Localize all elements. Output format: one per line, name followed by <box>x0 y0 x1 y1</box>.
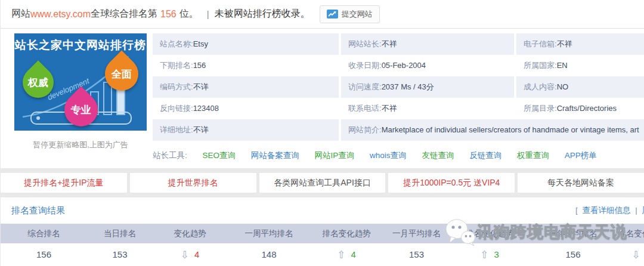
submit-site-label: 提交网站 <box>342 9 373 20</box>
ad-banner[interactable]: 站长之家中文网站排行榜 development 权威 全面 专业 <box>14 33 147 131</box>
info-row: 反向链接:123408 联系电话:不祥 所属目录:Crafts/Director… <box>153 98 644 119</box>
section-divider <box>1 168 644 173</box>
info-cell-next-rank: 下期排名:156 <box>153 55 339 76</box>
info-cell-directory: 所属目录:Crafts/Directories <box>516 98 644 119</box>
rank-result-header: 排名查询结果 [ 查看详细信息 | 历 <box>1 197 644 224</box>
rank-table-row: 156 153 ⇩4 148 ⇧4 153 ⇧3 156 ⇩ <box>1 243 644 265</box>
up-arrow-icon: ⇧ <box>480 249 488 261</box>
info-cell-backlinks: 反向链接:123408 <box>153 98 339 119</box>
cell-overall-rank: 156 <box>1 243 87 265</box>
info-cell-speed: 访问速度:2037 Ms / 43分 <box>341 76 514 98</box>
info-cell-address: 详细地址:不详 <box>153 119 339 141</box>
tool-link-weight[interactable]: 权重查询 <box>517 151 549 160</box>
info-row: 详细地址:不详 网站简介:Marketplace of individual s… <box>153 119 644 141</box>
down-arrow-icon: ⇩ <box>631 249 640 261</box>
promo-boost-rank-ip[interactable]: 提升排名+提升IP流量 <box>1 173 127 193</box>
tool-link-ip[interactable]: 网站IP查询 <box>315 151 355 160</box>
rank-suffix: 位。 <box>179 8 199 20</box>
info-cell-phone: 联系电话:不祥 <box>341 98 514 119</box>
promo-daily-beian[interactable]: 每天各地网站备案 <box>518 173 644 193</box>
header-month-avg: 一月平均排名 <box>382 224 451 243</box>
history-link[interactable]: 历 <box>642 206 644 215</box>
header-year-trend: 排名变化趋势 <box>618 224 644 243</box>
info-cell-encoding: 编码方式:不详 <box>153 76 339 98</box>
rank-table: 综合排名 当日排名 变化趋势 一周平均排名 排名变化趋势 一月平均排名 排名变化… <box>1 224 644 265</box>
header-week-trend: 排名变化趋势 <box>311 224 382 243</box>
view-details-link[interactable]: 查看详细信息 <box>582 206 630 215</box>
header-week-avg: 一周平均排名 <box>227 224 311 243</box>
cell-year-avg: 156 <box>528 243 618 265</box>
divider: | <box>207 9 209 19</box>
cell-week-trend: ⇧4 <box>311 243 382 265</box>
tool-link-beian[interactable]: 网站备案查询 <box>251 151 299 160</box>
site-detail-card: 站长之家中文网站排行榜 development 权威 全面 专业 暂停更新缩略图… <box>1 29 644 168</box>
header-month-trend: 排名变化趋势 <box>451 224 528 243</box>
tool-link-backlink[interactable]: 反链查询 <box>469 151 501 160</box>
info-cell-site-name: 站点名称:Etsy <box>153 33 339 55</box>
info-cell-index-date: 收录日期:05-Feb-2004 <box>341 55 514 76</box>
thumbnail-paused-note: 暂停更新缩略图,上图为广告 <box>14 140 147 150</box>
promo-api-tools[interactable]: 各类网站查询工具API接口 <box>259 173 386 193</box>
site-domain: www.etsy.com <box>30 9 91 20</box>
tool-link-app-rank[interactable]: APP榜单 <box>565 151 597 160</box>
chart-line-icon <box>327 10 338 18</box>
cell-month-avg: 153 <box>382 243 451 265</box>
promo-1000ip-vip4[interactable]: 提升1000IP=0.5元 送VIP4 <box>388 173 515 193</box>
cell-year-trend: ⇩ <box>618 243 644 265</box>
tool-link-seo[interactable]: SEO查询 <box>203 151 236 160</box>
banner-column: 站长之家中文网站排行榜 development 权威 全面 专业 暂停更新缩略图… <box>1 33 153 168</box>
rank-result-section: 排名查询结果 [ 查看详细信息 | 历 综合排名 当日排名 变化趋势 一周平均排… <box>1 197 644 265</box>
rank-summary-bar: 网站www.etsy.com全球综合排名第156位。 | 未被网站排行榜收录。 … <box>1 0 644 29</box>
rank-result-title: 排名查询结果 <box>1 205 65 215</box>
divider: | <box>635 206 637 215</box>
rank-label: 全球综合排名第 <box>91 8 157 20</box>
webmaster-tools-row: 站长工具: SEO查询 网站备案查询 网站IP查询 whois查询 友链查询 反… <box>153 147 644 165</box>
site-prefix-label: 网站 <box>11 8 30 20</box>
section-divider <box>1 193 644 197</box>
cell-change-trend: ⇩4 <box>153 243 227 265</box>
info-cell-webmaster: 网站站长:不祥 <box>341 33 514 55</box>
submit-site-button[interactable]: 提交网站 <box>320 5 380 23</box>
header-overall-rank: 综合排名 <box>1 224 87 243</box>
down-arrow-icon: ⇩ <box>181 249 189 261</box>
promo-boost-world-rank[interactable]: 提升世界排名 <box>130 173 256 193</box>
info-row: 编码方式:不详 访问速度:2037 Ms / 43分 成人内容:NO <box>153 76 644 98</box>
cell-month-trend: ⇧3 <box>451 243 528 265</box>
info-row: 下期排名:156 收录日期:05-Feb-2004 所属国家:EN <box>153 55 644 76</box>
info-cell-country: 所属国家:EN <box>516 55 644 76</box>
header-change-trend: 变化趋势 <box>153 224 227 243</box>
rank-table-header: 综合排名 当日排名 变化趋势 一周平均排名 排名变化趋势 一月平均排名 排名变化… <box>1 224 644 243</box>
info-row: 站点名称:Etsy 网站站长:不祥 电子信箱:不祥 <box>153 33 644 55</box>
tool-link-whois[interactable]: whois查询 <box>370 151 407 160</box>
info-cell-description: 网站简介:Marketplace of individual sellers/c… <box>341 119 644 141</box>
header-year-avg: 一年平均排名 <box>528 224 618 243</box>
promo-links-row: 提升排名+提升IP流量 提升世界排名 各类网站查询工具API接口 提升1000I… <box>1 173 644 193</box>
bracket: [ <box>575 206 578 215</box>
info-cell-email: 电子信箱:不祥 <box>516 33 644 55</box>
result-header-links: [ 查看详细信息 | 历 <box>575 197 644 224</box>
banner-title: 站长之家中文网站排行榜 <box>14 38 147 53</box>
not-listed-status: 未被网站排行榜收录。 <box>215 8 310 20</box>
global-rank-value: 156 <box>160 9 177 20</box>
site-info-table: 站点名称:Etsy 网站站长:不祥 电子信箱:不祥 下期排名:156 收录日期:… <box>153 33 644 168</box>
header-today-rank: 当日排名 <box>87 224 153 243</box>
up-arrow-icon: ⇧ <box>337 249 345 261</box>
info-cell-adult-content: 成人内容:NO <box>516 76 644 98</box>
cell-week-avg: 148 <box>227 243 311 265</box>
tool-link-friendlink[interactable]: 友链查询 <box>422 151 454 160</box>
tools-label: 站长工具: <box>153 151 187 160</box>
cell-today-rank: 153 <box>87 243 153 265</box>
